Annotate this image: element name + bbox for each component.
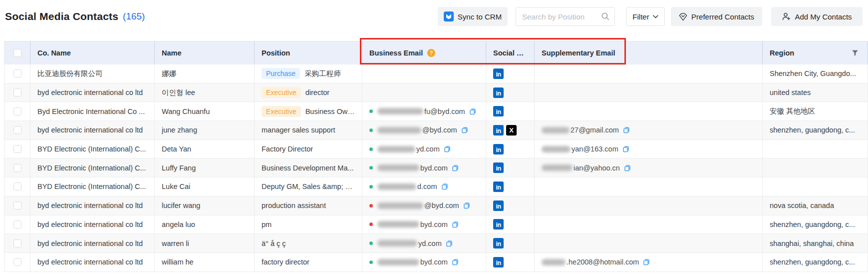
select-all-checkbox[interactable] — [13, 49, 21, 57]
row-checkbox-cell — [4, 64, 30, 83]
search-icon[interactable] — [601, 12, 610, 21]
header-social-media: Social Me... — [486, 42, 535, 64]
supplementary-email-cell — [535, 64, 763, 83]
name-cell: angela luo — [155, 216, 255, 234]
linkedin-icon[interactable]: in — [493, 106, 504, 116]
copy-icon[interactable] — [451, 164, 459, 172]
social-media-cell: in — [486, 178, 535, 196]
row-checkbox[interactable] — [13, 202, 21, 210]
business-email-text: @byd.com — [424, 202, 459, 210]
help-circle-icon[interactable]: ? — [427, 49, 435, 57]
linkedin-icon[interactable]: in — [493, 162, 504, 173]
region-cell — [763, 158, 868, 177]
name-cell: lucifer wang — [155, 196, 255, 215]
region-cell: united states — [763, 84, 868, 102]
row-checkbox[interactable] — [13, 126, 21, 134]
business-email-cell — [362, 64, 486, 83]
x-twitter-icon[interactable]: X — [506, 125, 517, 136]
linkedin-icon[interactable]: in — [493, 257, 504, 268]
linkedin-icon[interactable]: in — [493, 68, 504, 79]
row-checkbox[interactable] — [13, 182, 21, 190]
crm-logo-icon — [444, 12, 454, 22]
company-cell: byd electronic international co ltd — [30, 84, 155, 102]
row-checkbox[interactable] — [13, 145, 21, 153]
copy-icon[interactable] — [469, 108, 477, 116]
email-status-dot — [369, 148, 373, 151]
preferred-contacts-button[interactable]: Preferred Contacts — [671, 7, 762, 26]
copy-icon[interactable] — [463, 202, 471, 210]
supplementary-email-cell: 27@gmail.com — [535, 121, 763, 140]
supplementary-email-cell: ian@yahoo.cn — [535, 158, 763, 177]
row-checkbox-cell — [4, 196, 30, 215]
name-cell: Wang Chuanfu — [155, 102, 255, 120]
copy-icon[interactable] — [642, 258, 650, 266]
copy-icon[interactable] — [443, 145, 451, 153]
contacts-count: (165) — [123, 11, 145, 22]
linkedin-icon[interactable]: in — [493, 200, 504, 211]
copy-icon[interactable] — [451, 258, 459, 266]
linkedin-icon[interactable]: in — [493, 125, 504, 136]
row-checkbox-cell — [4, 140, 30, 158]
email-status-dot — [369, 222, 373, 226]
search-input[interactable] — [516, 7, 615, 26]
copy-icon[interactable] — [622, 126, 630, 134]
social-media-cell: in — [486, 158, 535, 177]
row-checkbox[interactable] — [13, 258, 21, 266]
redacted-email-blur — [377, 221, 419, 228]
table-row: byd electronic international co ltd이인형 l… — [4, 84, 868, 102]
business-email-cell: @byd.com — [362, 121, 486, 140]
column-filter-icon[interactable] — [852, 50, 859, 56]
supplementary-email-cell: yan@163.com — [535, 140, 763, 158]
social-media-cell: in — [486, 64, 535, 83]
copy-icon[interactable] — [461, 126, 469, 134]
company-cell: byd electronic international co ltd — [30, 196, 155, 215]
position-cell: Factory Director — [255, 140, 362, 158]
copy-icon[interactable] — [441, 182, 449, 190]
row-checkbox[interactable] — [13, 88, 21, 96]
linkedin-icon[interactable]: in — [493, 88, 504, 98]
copy-icon[interactable] — [623, 164, 631, 172]
sync-to-crm-button[interactable]: Sync to CRM — [438, 7, 508, 26]
name-cell: Deta Yan — [155, 140, 255, 158]
business-email-text: yd.com — [416, 145, 440, 153]
add-my-contacts-button[interactable]: Add My Contacts — [771, 7, 863, 26]
table-body: 比亚迪股份有限公司娜娜Purchase采购工程师inShenzhen City,… — [4, 64, 868, 272]
add-my-contacts-label: Add My Contacts — [795, 12, 852, 21]
name-cell: warren li — [155, 234, 255, 252]
linkedin-icon[interactable]: in — [493, 182, 504, 192]
region-cell: shanghai, shanghai, china — [763, 234, 868, 252]
company-cell: BYD Electronic (International) C... — [30, 140, 155, 158]
linkedin-icon[interactable]: in — [493, 144, 504, 154]
position-cell: manager sales support — [255, 121, 362, 140]
supplementary-email-cell: .he2008@hotmail.com — [535, 253, 763, 272]
filter-button[interactable]: Filter — [626, 7, 665, 26]
copy-icon[interactable] — [445, 240, 453, 248]
position-cell: pm — [255, 216, 362, 234]
social-media-cell: in — [486, 234, 535, 252]
row-checkbox[interactable] — [13, 164, 21, 172]
header-region: Region — [763, 42, 868, 64]
business-email-cell: d.com — [362, 178, 486, 196]
business-email-text: @byd.com — [422, 126, 457, 134]
name-cell: Luke Cai — [155, 178, 255, 196]
linkedin-icon[interactable]: in — [493, 219, 504, 230]
business-email-cell — [362, 84, 486, 102]
supplementary-email-text: 27@gmail.com — [571, 126, 619, 134]
table-row: byd electronic international co ltdlucif… — [4, 196, 868, 216]
company-cell: BYD Electronic (International) C... — [30, 158, 155, 177]
row-checkbox[interactable] — [13, 220, 21, 228]
row-checkbox-cell — [4, 102, 30, 120]
region-cell: shenzhen, guangdong, c... — [763, 216, 868, 234]
copy-icon[interactable] — [451, 220, 459, 228]
header-supplementary-email: Supplementary Email — [535, 42, 763, 64]
business-email-cell: fu@byd.com — [362, 102, 486, 120]
row-checkbox[interactable] — [13, 70, 21, 78]
copy-icon[interactable] — [622, 145, 630, 153]
row-checkbox[interactable] — [13, 108, 21, 116]
linkedin-icon[interactable]: in — [493, 238, 504, 248]
table-row: BYD Electronic (International) C...Deta … — [4, 140, 868, 159]
email-status-dot — [369, 185, 373, 188]
row-checkbox[interactable] — [13, 240, 21, 248]
business-email-text: yd.com — [418, 240, 442, 248]
position-cell: Deputy GM, Sales &amp; M... — [255, 178, 362, 196]
